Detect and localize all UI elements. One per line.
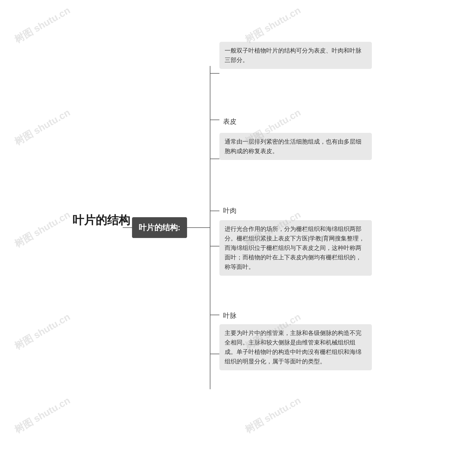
- branch-content-2: 通常由一层排列紧密的生活细胞组成，也有由多层细胞构成的称复表皮。: [219, 133, 372, 160]
- branch-content-3: 进行光合作用的场所，分为栅栏组织和海绵组织两部分。栅栏组织紧接上表皮下方医|学教…: [219, 220, 372, 276]
- branch-content-4: 主要为叶片中的维管束，主脉和各级侧脉的构造不完全相同。主脉和较大侧脉是由维管束和…: [219, 324, 372, 370]
- branch-label-mesophyll: 叶肉: [219, 203, 257, 218]
- mindmap-container: 叶片的结构 叶片的结构: 一般双子叶植物叶片的结构可分为表皮、叶肉和叶脉三部分。…: [0, 0, 476, 455]
- mindmap: 叶片的结构 叶片的结构: 一般双子叶植物叶片的结构可分为表皮、叶肉和叶脉三部分。…: [71, 23, 405, 432]
- center-node: 叶片的结构:: [132, 217, 187, 238]
- branch-label-epidermis: 表皮: [219, 114, 257, 129]
- branch-content-1: 一般双子叶植物叶片的结构可分为表皮、叶肉和叶脉三部分。: [219, 42, 372, 69]
- root-label: 叶片的结构: [73, 212, 130, 228]
- branch-label-vein: 叶脉: [219, 309, 257, 323]
